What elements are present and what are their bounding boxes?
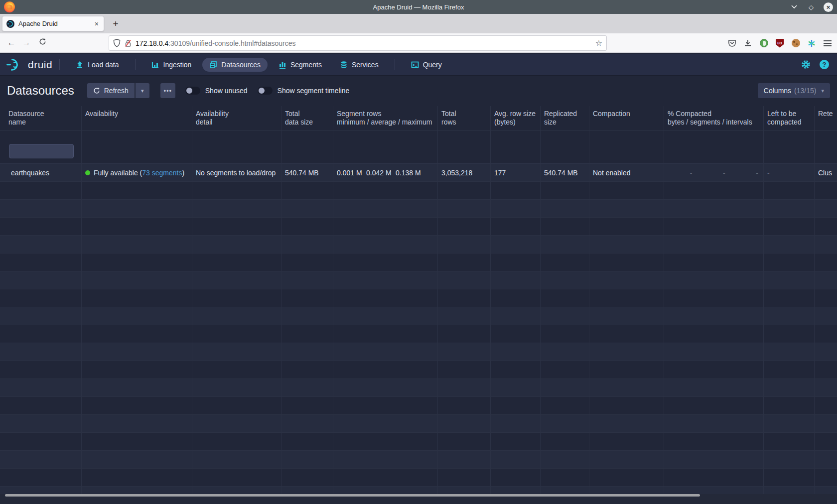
menu-icon[interactable] xyxy=(823,39,832,48)
window-close-icon[interactable]: × xyxy=(824,2,833,12)
nav-item-ingestion[interactable]: Ingestion xyxy=(144,58,199,72)
cell-name xyxy=(0,343,82,361)
extension-green-icon[interactable] xyxy=(759,39,768,48)
column-header-availability_detail[interactable]: Availabilitydetail xyxy=(192,106,281,130)
back-icon[interactable]: ← xyxy=(4,38,19,48)
column-header-compaction[interactable]: Compaction xyxy=(589,106,664,130)
refresh-dropdown-button[interactable]: ▾ xyxy=(136,83,149,98)
cell-availability xyxy=(82,415,192,433)
cell-total_data_size xyxy=(281,415,333,433)
query-icon xyxy=(411,61,419,69)
filter-cell-total_rows xyxy=(438,130,491,164)
cell-pct_compacted xyxy=(664,433,764,451)
column-header-availability[interactable]: Availability xyxy=(82,106,192,130)
nav-item-query[interactable]: Query xyxy=(404,58,449,72)
horizontal-scrollbar[interactable] xyxy=(5,494,700,497)
tab-apache-druid[interactable]: Apache Druid × xyxy=(2,16,104,31)
column-header-avg_row_size[interactable]: Avg. row size(bytes) xyxy=(491,106,541,130)
more-actions-button[interactable]: ••• xyxy=(160,83,175,98)
column-header-segment_rows[interactable]: Segment rowsminimum / average / maximum xyxy=(333,106,438,130)
cell-compaction xyxy=(589,361,664,379)
help-icon[interactable]: ? xyxy=(820,60,829,69)
reload-icon[interactable] xyxy=(35,38,50,48)
window-minimize-icon[interactable] xyxy=(790,2,799,11)
cell-left_to_be_compacted xyxy=(764,361,815,379)
cell-availability: Fully available (73 segments) xyxy=(82,164,192,182)
nav-item-services[interactable]: Services xyxy=(333,58,386,72)
cell-name xyxy=(0,379,82,397)
table-body: earthquakesFully available (73 segments)… xyxy=(0,164,837,494)
cell-compaction xyxy=(589,433,664,451)
cell-retention xyxy=(815,218,837,236)
pocket-icon[interactable] xyxy=(727,39,736,48)
table-row-empty xyxy=(0,451,837,469)
cell-pct_compacted xyxy=(664,415,764,433)
filter-cell-total_data_size xyxy=(281,130,333,164)
cell-availability_detail xyxy=(192,289,281,307)
nav-item-segments[interactable]: Segments xyxy=(272,58,329,72)
cell-name xyxy=(0,487,82,494)
cell-replicated_size xyxy=(541,343,589,361)
url-input[interactable]: 172.18.0.4:30109/unified-console.html#da… xyxy=(109,35,607,51)
cell-pct_compacted xyxy=(664,469,764,487)
cell-left_to_be_compacted xyxy=(764,415,815,433)
window-maximize-icon[interactable]: ◇ xyxy=(807,2,816,11)
cell-pct_compacted xyxy=(664,253,764,271)
datasource-name-filter-input[interactable] xyxy=(9,144,74,158)
cell-compaction xyxy=(589,200,664,218)
extension-asterisk-icon[interactable] xyxy=(807,39,816,48)
cell-total_data_size xyxy=(281,271,333,289)
column-header-pct_compacted[interactable]: % Compactedbytes / segments / intervals xyxy=(664,106,764,130)
download-icon[interactable] xyxy=(743,39,752,48)
tracking-shield-icon[interactable] xyxy=(113,39,121,47)
nav-item-load-data[interactable]: Load data xyxy=(69,58,126,72)
cell-retention xyxy=(815,325,837,343)
bookmark-star-icon[interactable]: ☆ xyxy=(595,38,602,48)
cell-replicated_size xyxy=(541,200,589,218)
cell-compaction xyxy=(589,379,664,397)
column-header-total_rows[interactable]: Totalrows xyxy=(438,106,491,130)
column-header-total_data_size[interactable]: Totaldata size xyxy=(281,106,333,130)
cell-replicated_size xyxy=(541,487,589,494)
cell-availability xyxy=(82,182,192,200)
cell-availability xyxy=(82,433,192,451)
cell-availability_detail xyxy=(192,433,281,451)
column-header-replicated_size[interactable]: Replicatedsize xyxy=(541,106,589,130)
cell-segment_rows xyxy=(333,236,438,253)
new-tab-button[interactable]: + xyxy=(109,17,123,31)
columns-button[interactable]: Columns (13/15) ▾ xyxy=(758,83,830,98)
cell-compaction xyxy=(589,487,664,494)
table-row-empty xyxy=(0,361,837,379)
cookie-extension-icon[interactable] xyxy=(791,39,800,48)
cell-availability xyxy=(82,253,192,271)
settings-gear-icon[interactable] xyxy=(801,60,811,69)
cell-availability xyxy=(82,200,192,218)
druid-logo[interactable]: druid xyxy=(6,57,52,72)
cell-retention xyxy=(815,236,837,253)
column-header-retention[interactable]: Rete xyxy=(815,106,837,130)
cell-avg_row_size xyxy=(491,200,541,218)
segments-link[interactable]: 73 segments xyxy=(142,169,182,177)
show-segment-timeline-toggle[interactable] xyxy=(258,87,273,95)
cell-compaction xyxy=(589,182,664,200)
insecure-lock-icon[interactable] xyxy=(125,39,132,47)
column-header-left_to_be_compacted[interactable]: Left to becompacted xyxy=(764,106,815,130)
table-row-empty xyxy=(0,253,837,271)
cell-total_rows xyxy=(438,361,491,379)
tab-close-icon[interactable]: × xyxy=(94,20,100,28)
ublock-origin-icon[interactable]: uO xyxy=(775,39,784,48)
table-filter-row xyxy=(0,130,837,164)
show-unused-toggle[interactable] xyxy=(185,87,200,95)
window-title: Apache Druid — Mozilla Firefox xyxy=(0,3,837,11)
forward-icon[interactable]: → xyxy=(19,38,34,48)
cell-name xyxy=(0,236,82,253)
cell-total_rows xyxy=(438,307,491,325)
table-row-empty xyxy=(0,469,837,487)
nav-item-datasources[interactable]: Datasources xyxy=(202,58,268,72)
nav-divider xyxy=(59,59,60,70)
column-header-name[interactable]: Datasourcename xyxy=(0,106,82,130)
cell-replicated_size xyxy=(541,379,589,397)
cell-total_data_size xyxy=(281,361,333,379)
cell-retention xyxy=(815,469,837,487)
refresh-button[interactable]: Refresh xyxy=(87,83,135,98)
